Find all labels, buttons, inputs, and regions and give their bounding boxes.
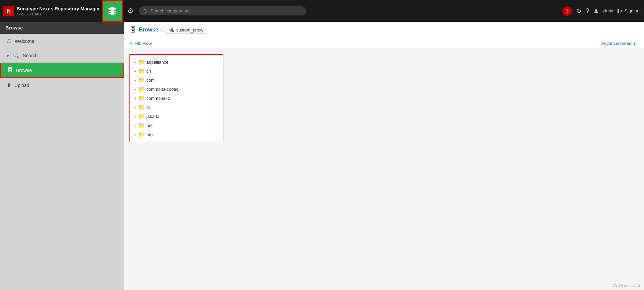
tree-expand-icon: + bbox=[134, 87, 136, 91]
folder-icon: 📁 bbox=[138, 122, 145, 129]
db-icon: 🗄 bbox=[129, 26, 136, 34]
refresh-icon[interactable]: ↻ bbox=[576, 7, 582, 15]
folder-icon: 📁 bbox=[138, 77, 145, 83]
tree-expand-icon: + bbox=[134, 124, 136, 128]
browse-icon: 🗄 bbox=[7, 67, 13, 73]
sidebar-item-search-label: Search bbox=[23, 53, 38, 58]
app-title: Sonatype Nexus Repository Manager bbox=[17, 6, 100, 12]
user-label: admin bbox=[601, 8, 613, 13]
tree-expand-icon: + bbox=[134, 69, 136, 73]
sidebar-item-welcome[interactable]: ⬡ Welcome bbox=[0, 34, 124, 48]
tree-item[interactable]: + 📁 io bbox=[130, 103, 223, 112]
sidebar-item-welcome-label: Welcome bbox=[15, 39, 34, 44]
tree-item-label: org bbox=[146, 132, 153, 137]
watermark: CSDN @Touch& bbox=[612, 283, 640, 287]
settings-icon[interactable]: ⚙ bbox=[125, 7, 136, 15]
signout-button[interactable]: Sign out bbox=[617, 8, 641, 14]
topnav-right: ! ↻ ? admin Sign out bbox=[562, 6, 641, 16]
svg-line-1 bbox=[147, 12, 147, 12]
tree-item[interactable]: + 📁 jakarta bbox=[130, 112, 223, 121]
search-icon bbox=[143, 9, 148, 13]
welcome-icon: ⬡ bbox=[7, 38, 11, 44]
upload-icon: ⬆ bbox=[7, 82, 11, 88]
svg-point-2 bbox=[595, 9, 597, 11]
tree-item-label: io bbox=[146, 105, 150, 110]
user-icon bbox=[593, 8, 599, 14]
tree-panel-wrapper: + 📁 aopalliance + 📁 ch + 📁 com + 📁 commo… bbox=[124, 49, 644, 148]
logo-icon: N bbox=[3, 6, 14, 16]
sidebar-item-browse[interactable]: 🗄 Browse bbox=[0, 63, 124, 78]
folder-icon: 📁 bbox=[138, 86, 145, 92]
svg-point-0 bbox=[144, 9, 147, 12]
browse-nav-button[interactable] bbox=[102, 0, 122, 22]
tree-item[interactable]: + 📁 ch bbox=[130, 67, 223, 76]
tree-item-label: aopalliance bbox=[146, 60, 168, 65]
folder-icon: 📁 bbox=[138, 59, 145, 65]
signout-icon bbox=[617, 8, 623, 14]
proxy-icon: 🔌 bbox=[169, 27, 174, 32]
tree-item[interactable]: + 📁 net bbox=[130, 121, 223, 130]
user-menu[interactable]: admin bbox=[593, 8, 613, 14]
tree-item[interactable]: + 📁 org bbox=[130, 130, 223, 139]
breadcrumb-browse-link[interactable]: Browse bbox=[139, 27, 158, 33]
sidebar-item-upload[interactable]: ⬆ Upload bbox=[0, 78, 124, 92]
sidebar-header: Browse bbox=[0, 22, 124, 34]
box-icon bbox=[107, 6, 118, 16]
folder-icon: 📁 bbox=[138, 131, 145, 138]
tree-expand-icon: + bbox=[134, 105, 136, 110]
search-expand-arrow: ▶ bbox=[7, 54, 9, 57]
tree-item-label: commons-io bbox=[146, 96, 170, 101]
view-toolbar: HTML View Advanced search... bbox=[124, 38, 644, 49]
tree-item-label: net bbox=[146, 123, 152, 128]
search-input[interactable] bbox=[151, 8, 302, 13]
tree-expand-icon: + bbox=[134, 133, 136, 137]
help-icon[interactable]: ? bbox=[586, 7, 589, 15]
tree-item-label: ch bbox=[146, 69, 151, 74]
alert-icon[interactable]: ! bbox=[562, 6, 572, 16]
sidebar-item-search[interactable]: ▶ 🔍 Search bbox=[0, 48, 124, 63]
advanced-search-link[interactable]: Advanced search... bbox=[601, 41, 639, 46]
tree-expand-icon: + bbox=[134, 96, 136, 100]
folder-icon: 📁 bbox=[138, 104, 145, 111]
tree-expand-icon: + bbox=[134, 60, 136, 64]
app-logo: N Sonatype Nexus Repository Manager OSS … bbox=[3, 6, 100, 16]
folder-icon: 📁 bbox=[138, 113, 145, 120]
logo-text: Sonatype Nexus Repository Manager OSS 3.… bbox=[17, 6, 100, 16]
tree-expand-icon: + bbox=[134, 78, 136, 82]
layout: Browse ⬡ Welcome ▶ 🔍 Search 🗄 Browse ⬆ U… bbox=[0, 22, 644, 290]
tree-expand-icon: + bbox=[134, 115, 136, 119]
app-subtitle: OSS 3.38.0-01 bbox=[17, 12, 100, 16]
search-icon: 🔍 bbox=[13, 52, 19, 59]
tree-item[interactable]: + 📁 aopalliance bbox=[130, 58, 223, 67]
search-bar[interactable] bbox=[139, 6, 306, 15]
sidebar: Browse ⬡ Welcome ▶ 🔍 Search 🗄 Browse ⬆ U… bbox=[0, 22, 124, 290]
proxy-label: custom_proxy bbox=[176, 27, 204, 32]
tree-panel: + 📁 aopalliance + 📁 ch + 📁 com + 📁 commo… bbox=[129, 54, 223, 142]
tree-item-label: commons-codec bbox=[146, 87, 178, 92]
breadcrumb-bar: 🗄 Browse / 🔌 custom_proxy bbox=[124, 22, 644, 38]
tree-item-label: jakarta bbox=[146, 114, 159, 119]
main-content: 🗄 Browse / 🔌 custom_proxy HTML View Adva… bbox=[124, 22, 644, 290]
topnav: N Sonatype Nexus Repository Manager OSS … bbox=[0, 0, 644, 22]
tree-item[interactable]: + 📁 com bbox=[130, 76, 223, 85]
breadcrumb-separator: / bbox=[161, 27, 162, 32]
html-view-link[interactable]: HTML View bbox=[129, 41, 152, 46]
tree-item[interactable]: + 📁 commons-io bbox=[130, 94, 223, 103]
tree-item-label: com bbox=[146, 78, 155, 83]
breadcrumb-proxy-badge[interactable]: 🔌 custom_proxy bbox=[165, 26, 207, 34]
sidebar-item-upload-label: Upload bbox=[14, 83, 29, 88]
signout-label: Sign out bbox=[625, 8, 641, 13]
folder-icon: 📁 bbox=[138, 95, 145, 101]
folder-icon: 📁 bbox=[138, 68, 145, 74]
tree-item[interactable]: + 📁 commons-codec bbox=[130, 85, 223, 94]
sidebar-item-browse-label: Browse bbox=[16, 68, 32, 73]
